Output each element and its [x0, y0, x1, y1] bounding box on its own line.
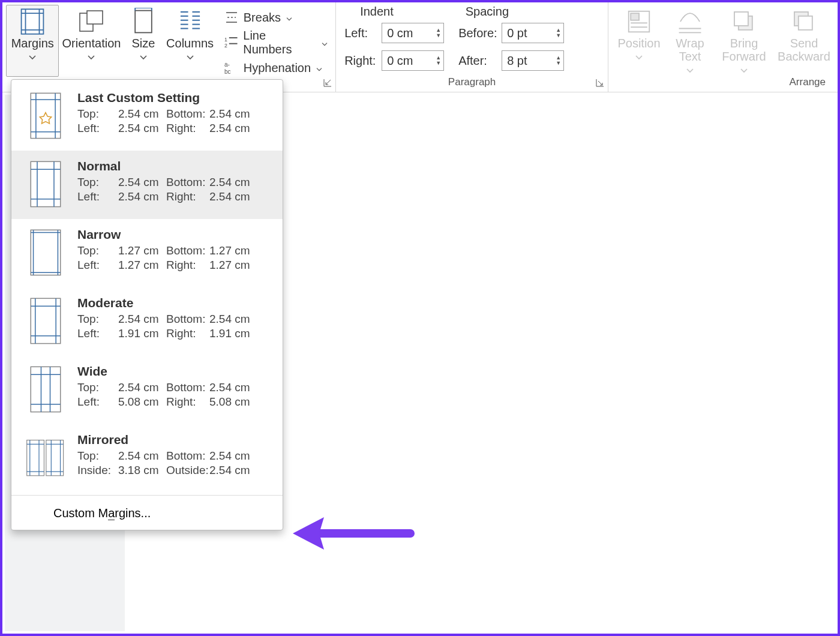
page-setup-launcher-icon[interactable]	[323, 79, 332, 87]
spacing-after-label: After:	[458, 54, 497, 68]
line-numbers-icon: 12	[224, 35, 239, 50]
indent-right-label: Right:	[344, 54, 377, 68]
svg-rect-74	[46, 440, 64, 476]
margins-label: Margins	[11, 37, 54, 50]
margin-preset-thumb-icon	[26, 433, 65, 484]
hyphenation-button[interactable]: a-bc Hyphenation	[224, 58, 328, 78]
margin-preset-title: Moderate	[77, 296, 272, 310]
svg-text:1: 1	[224, 37, 227, 43]
line-numbers-button[interactable]: 12 Line Numbers	[224, 32, 328, 53]
breaks-button[interactable]: Breaks	[224, 7, 328, 28]
svg-rect-73	[27, 440, 44, 476]
chevron-down-icon	[635, 52, 643, 63]
margin-preset-thumb-icon	[26, 91, 65, 142]
breaks-icon	[224, 10, 239, 25]
indent-heading: Indent	[360, 5, 394, 19]
chevron-down-icon	[321, 36, 328, 50]
chevron-down-icon	[686, 65, 694, 76]
spacing-before-value: 0 pt	[507, 26, 527, 40]
chevron-down-icon	[286, 11, 293, 25]
columns-button[interactable]: Columns	[163, 5, 217, 77]
chevron-down-icon	[186, 52, 194, 63]
custom-margins-label: Custom Margins...	[53, 506, 151, 520]
bring-forward-button: Bring Forward	[714, 5, 774, 77]
position-button: Position	[612, 5, 666, 77]
margins-option-custom[interactable]: Last Custom Setting Top:2.54 cmBottom:2.…	[11, 82, 283, 151]
indent-right-value: 0 cm	[387, 54, 413, 68]
margins-option-narrow[interactable]: Narrow Top:1.27 cmBottom:1.27 cm Left:1.…	[11, 219, 283, 287]
spinner-arrows-icon[interactable]: ▲▼	[556, 55, 561, 66]
send-backward-label: Send Backward	[775, 37, 833, 63]
chevron-down-icon	[28, 52, 37, 63]
svg-text:2: 2	[224, 43, 227, 49]
svg-text:bc: bc	[224, 68, 231, 75]
paragraph-launcher-icon[interactable]	[596, 79, 604, 87]
svg-rect-23	[229, 43, 238, 44]
indent-left-value: 0 cm	[387, 26, 413, 40]
svg-rect-47	[799, 16, 812, 30]
columns-label: Columns	[166, 37, 214, 50]
spacing-after-input[interactable]: 8 pt▲▼	[502, 50, 564, 71]
margin-preset-values: Top:2.54 cmBottom:2.54 cm Inside:3.18 cm…	[77, 449, 272, 477]
spacing-heading: Spacing	[466, 5, 509, 19]
orientation-icon	[77, 8, 105, 35]
svg-rect-22	[229, 37, 238, 38]
margin-preset-info: Narrow Top:1.27 cmBottom:1.27 cm Left:1.…	[77, 227, 272, 272]
hyphenation-icon: a-bc	[224, 61, 239, 75]
svg-rect-7	[135, 11, 152, 33]
orientation-button[interactable]: Orientation	[59, 5, 124, 77]
margin-preset-info: Wide Top:2.54 cmBottom:2.54 cm Left:5.08…	[77, 364, 272, 409]
wrap-text-icon	[676, 8, 704, 35]
svg-rect-53	[31, 161, 60, 206]
spacing-before-input[interactable]: 0 pt▲▼	[502, 23, 564, 43]
margin-preset-values: Top:1.27 cmBottom:1.27 cm Left:1.27 cmRi…	[77, 244, 272, 272]
wrap-text-label: Wrap Text	[667, 37, 713, 63]
margins-option-mirrored[interactable]: Mirrored Top:2.54 cmBottom:2.54 cm Insid…	[11, 424, 283, 493]
margin-preset-title: Normal	[77, 159, 272, 173]
custom-margins-item[interactable]: Custom Margins...	[11, 498, 283, 530]
margins-option-moderate[interactable]: Moderate Top:2.54 cmBottom:2.54 cm Left:…	[11, 287, 283, 356]
indent-left-input[interactable]: 0 cm▲▼	[382, 23, 444, 43]
spinner-arrows-icon[interactable]: ▲▼	[556, 28, 561, 38]
margins-button[interactable]: Margins	[6, 5, 59, 77]
margin-preset-title: Wide	[77, 364, 272, 379]
chevron-down-icon	[139, 52, 148, 63]
bring-forward-icon	[730, 8, 758, 35]
size-icon	[130, 8, 157, 35]
spacing-before-label: Before:	[458, 26, 497, 40]
margin-preset-values: Top:2.54 cmBottom:2.54 cm Left:1.91 cmRi…	[77, 313, 272, 340]
margin-preset-info: Normal Top:2.54 cmBottom:2.54 cm Left:2.…	[77, 159, 272, 203]
spinner-arrows-icon[interactable]: ▲▼	[436, 28, 441, 38]
position-icon	[625, 8, 653, 35]
margin-preset-thumb-icon	[26, 364, 65, 416]
margin-preset-info: Last Custom Setting Top:2.54 cmBottom:2.…	[77, 91, 272, 135]
margins-option-normal[interactable]: Normal Top:2.54 cmBottom:2.54 cm Left:2.…	[11, 151, 283, 219]
margin-preset-values: Top:2.54 cmBottom:2.54 cm Left:2.54 cmRi…	[77, 176, 272, 203]
svg-rect-68	[31, 367, 60, 412]
margin-preset-info: Mirrored Top:2.54 cmBottom:2.54 cm Insid…	[77, 433, 272, 477]
margins-icon	[19, 8, 46, 35]
margin-preset-values: Top:2.54 cmBottom:2.54 cm Left:5.08 cmRi…	[77, 381, 272, 409]
margin-preset-title: Narrow	[77, 227, 272, 242]
arrange-group-title: Arrange	[608, 76, 838, 88]
svg-rect-39	[631, 13, 639, 20]
chevron-down-icon	[316, 61, 323, 75]
size-label: Size	[131, 37, 155, 50]
margin-preset-thumb-icon	[26, 159, 65, 211]
group-page-setup: Margins Orientation	[2, 2, 336, 92]
margin-preset-thumb-icon	[26, 296, 65, 347]
margin-preset-title: Last Custom Setting	[77, 91, 272, 105]
margins-option-wide[interactable]: Wide Top:2.54 cmBottom:2.54 cm Left:5.08…	[11, 356, 283, 424]
svg-text:a-: a-	[224, 61, 230, 68]
wrap-text-button: Wrap Text	[666, 5, 714, 77]
size-button[interactable]: Size	[124, 5, 163, 77]
send-backward-icon	[790, 8, 818, 35]
columns-icon	[176, 8, 204, 35]
indent-left-label: Left:	[344, 26, 377, 40]
spinner-arrows-icon[interactable]: ▲▼	[436, 55, 441, 66]
breaks-label: Breaks	[244, 11, 281, 25]
margin-preset-values: Top:2.54 cmBottom:2.54 cm Left:2.54 cmRi…	[77, 107, 272, 135]
group-paragraph: Indent Spacing Left: 0 cm▲▼ Right: 0 cm▲…	[336, 2, 608, 92]
indent-right-input[interactable]: 0 cm▲▼	[382, 50, 444, 71]
margin-preset-title: Mirrored	[77, 433, 272, 447]
